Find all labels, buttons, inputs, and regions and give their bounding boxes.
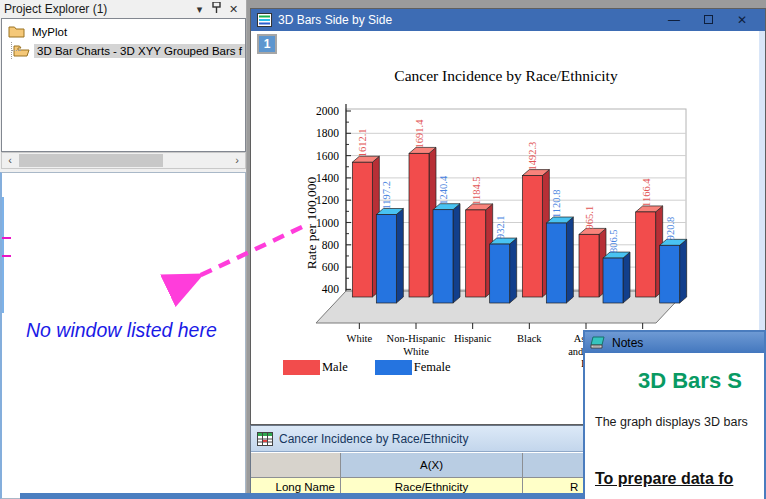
bar-value-label: 932.1	[495, 215, 506, 239]
corner-cell[interactable]	[251, 453, 341, 478]
folder-icon	[8, 25, 25, 38]
bar-female-2[interactable]	[490, 238, 517, 303]
pin-icon[interactable]	[208, 1, 225, 17]
female-color-swatch	[375, 360, 412, 375]
scroll-left-icon[interactable]: ‹	[2, 153, 18, 168]
y-tick-label: 1600	[316, 150, 339, 162]
origin-workspace: Project Explorer (1) ▾ ✕ MyPlot 3D Bar C…	[0, 0, 766, 499]
notes-window: Notes 3D Bars S The graph displays 3D ba…	[583, 330, 766, 499]
bar-male-0[interactable]	[352, 156, 379, 297]
chart-legend[interactable]: Male Female	[283, 360, 450, 375]
scroll-right-icon[interactable]: ›	[229, 153, 245, 168]
notes-heading: 3D Bars S	[638, 368, 742, 394]
bar-male-5[interactable]	[636, 206, 663, 297]
tree-item-label: 3D Bar Charts - 3D XYY Grouped Bars f	[34, 44, 245, 58]
y-tick-label: 600	[322, 261, 340, 273]
bar-value-label: 1691.4	[414, 119, 425, 149]
notes-title: Notes	[612, 336, 643, 350]
close-icon[interactable]: ✕	[225, 1, 242, 17]
minimize-button[interactable]: —	[657, 13, 691, 27]
bar-value-label: 1184.5	[471, 176, 482, 205]
y-tick-label: 400	[322, 283, 340, 295]
notes-icon	[590, 336, 606, 349]
project-explorer-title: Project Explorer (1)	[4, 2, 191, 16]
graph-window-icon	[257, 13, 272, 27]
y-tick-label: 1800	[316, 127, 339, 139]
bar-value-label: 1492.3	[527, 142, 538, 171]
close-button[interactable]: ✕	[725, 13, 759, 27]
maximize-button[interactable]	[691, 13, 725, 27]
chevron-down-icon[interactable]: ▾	[191, 1, 208, 17]
male-color-swatch	[283, 360, 320, 375]
bar-value-label: 1166.4	[641, 178, 652, 207]
bar-female-3[interactable]	[546, 217, 573, 303]
worksheet-title: Cancer Incidence by Race/Ethnicity	[279, 432, 468, 446]
bar-value-label: 1197.2	[381, 181, 392, 210]
tree-item-myplot[interactable]: MyPlot	[2, 23, 245, 40]
y-tick-label: 1000	[316, 217, 339, 229]
project-explorer-titlebar[interactable]: Project Explorer (1) ▾ ✕	[0, 0, 246, 18]
y-tick-label: 1400	[316, 172, 339, 184]
notes-body-text: The graph displays 3D bars	[595, 415, 748, 429]
y-tick-label: 1200	[316, 194, 339, 206]
bar-male-4[interactable]	[579, 228, 606, 297]
project-explorer-panel: Project Explorer (1) ▾ ✕ MyPlot 3D Bar C…	[0, 0, 247, 499]
bar-value-label: 806.5	[608, 229, 619, 253]
scrollbar-track[interactable]	[18, 153, 229, 168]
bar-male-3[interactable]	[522, 170, 549, 297]
magenta-tick	[2, 255, 11, 257]
bar-female-1[interactable]	[433, 204, 460, 303]
magenta-tick	[2, 237, 11, 239]
tree-item-label: MyPlot	[29, 25, 70, 39]
column-a-header[interactable]: A(X)	[341, 453, 523, 478]
legend-label: Male	[322, 360, 348, 375]
bottom-window-edge	[20, 493, 583, 499]
notes-titlebar[interactable]: Notes	[585, 332, 764, 353]
bar-female-4[interactable]	[603, 252, 630, 303]
legend-item-female: Female	[375, 360, 451, 375]
project-explorer-tree[interactable]: MyPlot 3D Bar Charts - 3D XYY Grouped Ba…	[1, 18, 246, 152]
tree-item-3d-bar-charts[interactable]: 3D Bar Charts - 3D XYY Grouped Bars f	[2, 42, 245, 59]
bar-value-label: 1120.8	[551, 190, 562, 219]
bar-male-2[interactable]	[466, 204, 493, 297]
y-tick-label: 2000	[316, 105, 339, 117]
scrollbar-thumb[interactable]	[19, 154, 163, 167]
project-explorer-window-list[interactable]: No window listed here	[0, 172, 246, 499]
legend-label: Female	[414, 360, 451, 375]
graph-window-title: 3D Bars Side by Side	[278, 13, 657, 27]
x-axis-label: Black	[496, 333, 562, 346]
horizontal-scrollbar[interactable]: ‹ ›	[1, 152, 246, 169]
bar-male-1[interactable]	[409, 147, 436, 297]
bar-female-0[interactable]	[376, 209, 403, 303]
notes-subheading: To prepare data fo	[595, 470, 733, 488]
notes-content[interactable]: 3D Bars S The graph displays 3D bars To …	[585, 353, 764, 499]
tree-connector	[11, 42, 13, 59]
bar-value-label: 920.8	[665, 217, 676, 241]
worksheet-icon	[257, 432, 273, 446]
bar-value-label: 965.1	[584, 206, 595, 230]
bar-female-5[interactable]	[660, 239, 687, 303]
graph-window-titlebar[interactable]: 3D Bars Side by Side — ✕	[251, 9, 765, 31]
bar-value-label: 1612.1	[357, 128, 368, 157]
empty-note-annotation: No window listed here	[26, 319, 217, 342]
legend-item-male: Male	[283, 360, 348, 375]
bar-value-label: 1240.4	[438, 175, 449, 205]
y-tick-label: 800	[322, 239, 340, 251]
